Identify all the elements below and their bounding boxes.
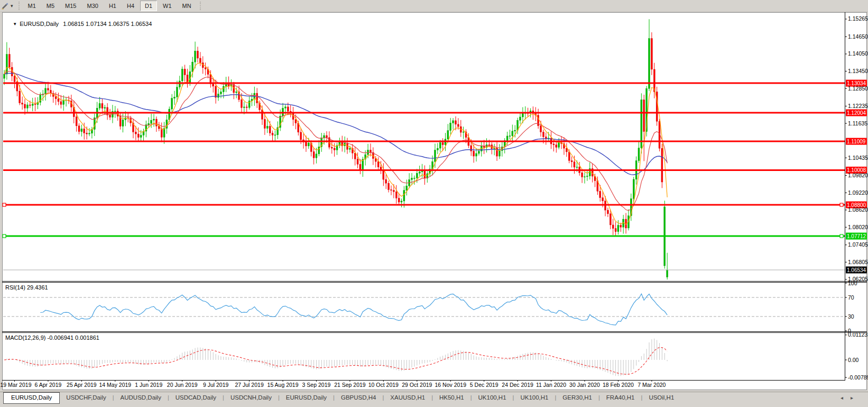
svg-text:1.07405: 1.07405 <box>848 241 868 248</box>
macd-indicator-title: MACD(12,26,9) -0.006941 0.001861 <box>5 334 99 341</box>
svg-text:21 Sep 2019: 21 Sep 2019 <box>334 382 366 388</box>
svg-text:70: 70 <box>848 294 854 301</box>
tab-audusd-daily[interactable]: AUDUSD,Daily <box>114 393 168 403</box>
svg-text:1.10435: 1.10435 <box>848 155 868 161</box>
tab-scroll-right-icon: ▸ <box>851 395 861 401</box>
collapse-icon[interactable]: ▼ <box>13 22 17 26</box>
tab-uk100-h1[interactable]: UK100,H1 <box>472 393 513 403</box>
svg-text:100: 100 <box>848 280 857 286</box>
svg-text:1.08020: 1.08020 <box>848 224 868 230</box>
svg-text:30 Jan 2020: 30 Jan 2020 <box>569 382 600 388</box>
svg-text:1.06534: 1.06534 <box>847 267 866 273</box>
tab-uk100-h1[interactable]: UK100,H1 <box>514 393 555 403</box>
svg-text:1.09220: 1.09220 <box>848 189 868 196</box>
svg-text:11 Jan 2020: 11 Jan 2020 <box>536 382 566 388</box>
svg-text:29 Oct 2019: 29 Oct 2019 <box>402 382 432 388</box>
svg-text:27 Jul 2019: 27 Jul 2019 <box>235 382 263 388</box>
svg-text:0.00: 0.00 <box>848 357 859 363</box>
hline-handle-left[interactable] <box>3 234 6 238</box>
tab-usoil-h1[interactable]: USOil,H1 <box>642 393 680 403</box>
svg-text:1.15265: 1.15265 <box>848 15 868 22</box>
svg-text:1.07712: 1.07712 <box>847 233 866 239</box>
svg-text:20 Jun 2019: 20 Jun 2019 <box>167 382 198 388</box>
svg-text:1.11009: 1.11009 <box>847 139 866 144</box>
svg-text:30: 30 <box>848 313 854 320</box>
svg-text:25 Apr 2019: 25 Apr 2019 <box>67 382 97 388</box>
tab-bar: EURUSD,DailyUSDCHF,Daily|AUDUSD,Daily|US… <box>0 392 868 407</box>
tab-usdcad-daily[interactable]: USDCAD,Daily <box>169 393 223 403</box>
chart-canvas[interactable]: 1.130341.120041.110091.100081.088001.077… <box>0 0 868 392</box>
svg-text:1.13450: 1.13450 <box>848 68 868 74</box>
chart-tabs: EURUSD,DailyUSDCHF,Daily|AUDUSD,Daily|US… <box>0 392 680 407</box>
svg-text:1.09820: 1.09820 <box>848 172 868 178</box>
svg-text:1.14050: 1.14050 <box>848 50 868 57</box>
tab-eurusd-daily[interactable]: EURUSD,Daily <box>280 393 333 403</box>
svg-text:1.12004: 1.12004 <box>847 110 866 116</box>
svg-text:1.12235: 1.12235 <box>848 103 868 109</box>
svg-text:1.14650: 1.14650 <box>848 33 868 40</box>
svg-text:5 Dec 2019: 5 Dec 2019 <box>470 382 498 388</box>
svg-text:6 Apr 2019: 6 Apr 2019 <box>35 382 62 388</box>
svg-text:10 Oct 2019: 10 Oct 2019 <box>368 382 399 388</box>
svg-text:0.011232: 0.011232 <box>848 331 868 338</box>
chart-symbol: EURUSD,Daily <box>20 21 59 27</box>
tab-scroll-left-icon: ◂ <box>841 395 851 401</box>
tab-ger30-h1[interactable]: GER30,H1 <box>556 393 598 403</box>
svg-text:16 Nov 2019: 16 Nov 2019 <box>435 382 466 388</box>
tab-usdcnh-daily[interactable]: USDCNH,Daily <box>224 393 278 403</box>
tab-gbpusd-h4[interactable]: GBPUSD,H4 <box>335 393 382 403</box>
svg-text:1.06805: 1.06805 <box>848 259 868 265</box>
svg-text:15 Aug 2019: 15 Aug 2019 <box>267 382 299 388</box>
hline-handle-right[interactable] <box>840 234 843 238</box>
svg-text:18 Feb 2020: 18 Feb 2020 <box>603 382 634 388</box>
tab-hk50-h1[interactable]: HK50,H1 <box>433 393 470 403</box>
svg-text:-0.007894: -0.007894 <box>848 374 868 381</box>
tab-usdchf-daily[interactable]: USDCHF,Daily <box>60 393 112 403</box>
chart-ohlc-values: 1.06815 1.07134 1.06375 1.06534 <box>63 21 152 27</box>
svg-text:24 Dec 2019: 24 Dec 2019 <box>502 382 533 388</box>
svg-text:7 Mar 2020: 7 Mar 2020 <box>638 382 666 388</box>
rsi-indicator-title: RSI(14) 29.4361 <box>5 284 48 291</box>
svg-text:9 Jul 2019: 9 Jul 2019 <box>203 382 229 388</box>
svg-text:1.08620: 1.08620 <box>848 206 868 213</box>
mt4-window: ▾ M1M5M15M30H1H4D1W1MN 1.130341.120041.1… <box>0 0 868 407</box>
hline-handle-right[interactable] <box>840 203 843 206</box>
svg-text:1 Jun 2019: 1 Jun 2019 <box>135 382 162 388</box>
hline-handle-left[interactable] <box>3 203 6 206</box>
tab-eurusd-daily[interactable]: EURUSD,Daily <box>3 392 60 404</box>
svg-text:14 May 2019: 14 May 2019 <box>99 382 131 388</box>
svg-text:19 Mar 2019: 19 Mar 2019 <box>1 382 32 388</box>
svg-text:1.11635: 1.11635 <box>848 120 867 126</box>
svg-text:3 Sep 2019: 3 Sep 2019 <box>302 382 331 388</box>
svg-text:1.12850: 1.12850 <box>848 85 868 92</box>
tab-scroll-arrows[interactable]: ◂▸ <box>841 395 861 401</box>
tab-fra40-h1[interactable]: FRA40,H1 <box>600 393 641 403</box>
tab-xauusd-h1[interactable]: XAUUSD,H1 <box>384 393 431 403</box>
chart-title: ▼EURUSD,Daily1.06815 1.07134 1.06375 1.0… <box>6 14 152 33</box>
